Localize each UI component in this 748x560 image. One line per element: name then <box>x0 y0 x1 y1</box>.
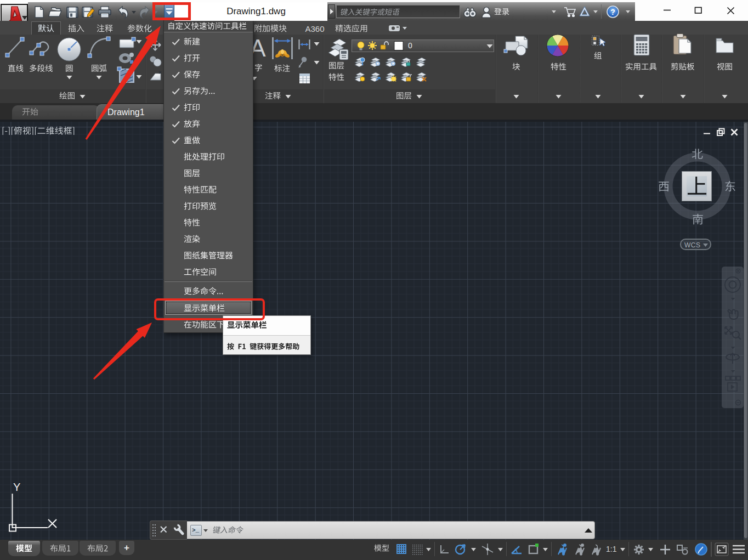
svg-text:?: ? <box>610 8 615 16</box>
